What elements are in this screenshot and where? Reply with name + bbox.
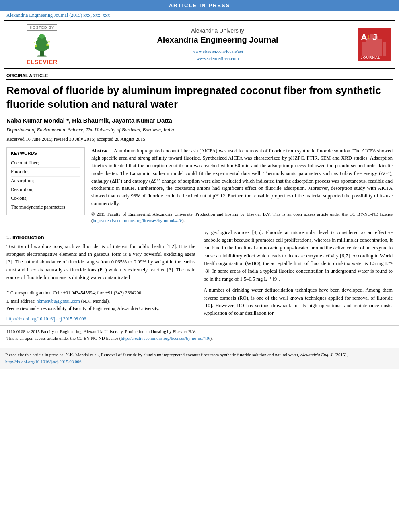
email-link[interactable]: nkmenvbu@gmail.com xyxy=(37,299,80,304)
aej-logo: A E J JOURNAL xyxy=(358,28,391,61)
hosted-by-label: HOSTED BY xyxy=(27,24,57,31)
keywords-box: KEYWORDS Coconut fiber; Fluoride; Adsorp… xyxy=(6,147,85,215)
header-section: HOSTED BY ELSEVIER Alex xyxy=(4,20,395,69)
keyword-adsorption: Adsorption; xyxy=(11,177,80,185)
intro-left-text: Toxicity of hazardous ions, such as fluo… xyxy=(6,243,195,282)
svg-point-6 xyxy=(35,45,37,47)
svg-text:A: A xyxy=(361,32,367,42)
main-content: ORIGINAL ARTICLE Removal of fluoride by … xyxy=(0,69,399,325)
section1-heading: 1. Introduction xyxy=(6,234,195,240)
abstract-section: KEYWORDS Coconut fiber; Fluoride; Adsorp… xyxy=(6,147,393,224)
svg-rect-15 xyxy=(378,39,382,56)
received-dates: Received 16 June 2015; revised 30 July 2… xyxy=(6,136,393,142)
svg-point-8 xyxy=(34,42,35,43)
introduction-section: 1. Introduction Toxicity of hazardous io… xyxy=(6,229,393,321)
university-name: Alexandria University xyxy=(191,27,244,34)
footnote-area: * Corresponding author. Cell: +91 943454… xyxy=(6,286,195,312)
keyword-coions: Co-ions; xyxy=(11,194,80,203)
copyright-line: © 2015 Faculty of Engineering, Alexandri… xyxy=(91,211,393,224)
elsevier-tree-svg xyxy=(29,33,55,57)
footnote-email: E-mail address: nkmenvbu@gmail.com (N.K.… xyxy=(6,298,195,305)
abstract-body: Abstract Aluminum impregnated coconut fi… xyxy=(91,147,393,224)
journal-link-bar: Alexandria Engineering Journal (2015) xx… xyxy=(0,11,399,20)
article-title: Removal of fluoride by aluminum impregna… xyxy=(6,84,393,111)
svg-rect-11 xyxy=(362,42,366,56)
keywords-section: KEYWORDS Coconut fiber; Fluoride; Adsorp… xyxy=(6,147,85,224)
svg-text:E: E xyxy=(367,33,372,41)
doi-link[interactable]: http://dx.doi.org/10.1016/j.aej.2015.08.… xyxy=(6,316,195,321)
svg-text:J: J xyxy=(372,32,377,42)
journal-title: Alexandria Engineering Journal xyxy=(157,35,278,45)
elsevier-logo-area: HOSTED BY ELSEVIER xyxy=(4,21,80,68)
svg-point-5 xyxy=(39,34,45,39)
citation-doi-link[interactable]: http://dx.doi.org/10.1016/j.aej.2015.08.… xyxy=(5,359,82,364)
article-in-press-banner: ARTICLE IN PRESS xyxy=(0,0,399,11)
footnote-peer-review: Peer review under responsibility of Facu… xyxy=(6,305,195,312)
cc-license-link[interactable]: http://creativecommons.org/licenses/by-n… xyxy=(93,218,182,223)
header-center: Alexandria University Alexandria Enginee… xyxy=(80,21,355,68)
journal-url1[interactable]: www.elsevier.com/locate/aej xyxy=(192,48,243,55)
svg-rect-16 xyxy=(383,42,386,56)
issn-line: 1110-0168 © 2015 Faculty of Engineering,… xyxy=(6,328,393,335)
affiliation: Department of Environmental Science, The… xyxy=(6,127,393,133)
svg-point-7 xyxy=(46,44,49,46)
aej-logo-svg: A E J JOURNAL xyxy=(358,28,391,61)
abstract-text-section: Abstract Aluminum impregnated coconut fi… xyxy=(91,147,393,224)
keywords-title: KEYWORDS xyxy=(11,151,80,156)
article-type: ORIGINAL ARTICLE xyxy=(6,73,393,80)
journal-urls: www.elsevier.com/locate/aej www.scienced… xyxy=(192,48,243,62)
bottom-license-link[interactable]: http://creativecommons.org/licenses/by-n… xyxy=(121,336,210,341)
citation-box: Please cite this article in press as: N.… xyxy=(0,348,399,369)
svg-point-9 xyxy=(48,41,50,43)
intro-left-col: 1. Introduction Toxicity of hazardous io… xyxy=(6,229,195,321)
svg-text:JOURNAL: JOURNAL xyxy=(361,55,380,60)
intro-right-col: by geological sources [4,5]. Fluoride at… xyxy=(204,229,393,321)
abstract-content: Aluminum impregnated coconut fiber ash (… xyxy=(91,148,393,206)
bottom-bar: 1110-0168 © 2015 Faculty of Engineering,… xyxy=(0,325,399,345)
elsevier-text: ELSEVIER xyxy=(27,59,58,65)
footnote-star-note: * Corresponding author. Cell: +91 943454… xyxy=(6,288,195,297)
keyword-fluoride: Fluoride; xyxy=(11,168,80,177)
elsevier-logo: ELSEVIER xyxy=(16,33,68,65)
abstract-label: Abstract xyxy=(91,148,110,154)
keyword-desorption: Desorption; xyxy=(11,185,80,194)
aej-logo-area: A E J JOURNAL xyxy=(355,21,395,68)
license-line: This is an open access article under the… xyxy=(6,335,393,342)
journal-url2[interactable]: www.sciencedirect.com xyxy=(192,55,243,62)
keyword-thermo: Thermodynamic parameters xyxy=(11,203,80,212)
keyword-coconut: Coconut fiber; xyxy=(11,159,80,168)
authors: Naba Kumar Mondal *, Ria Bhaumik, Jayant… xyxy=(6,117,393,124)
svg-point-1 xyxy=(37,55,47,57)
intro-right-text: by geological sources [4,5]. Fluoride at… xyxy=(204,229,393,318)
